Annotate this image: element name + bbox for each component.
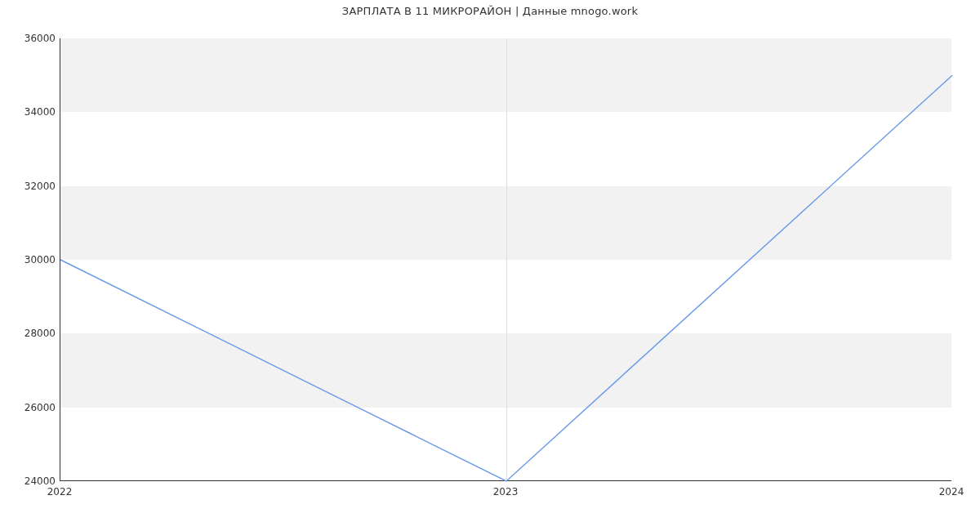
y-tick-label: 26000 (7, 402, 56, 413)
y-tick-label: 32000 (7, 181, 56, 192)
chart-container: ЗАРПЛАТА В 11 МИКРОРАЙОН | Данные mnogo.… (0, 0, 980, 531)
y-tick-label: 24000 (7, 475, 56, 487)
plot-area (60, 38, 951, 481)
y-tick-label: 34000 (7, 106, 56, 118)
x-tick-label: 2023 (493, 486, 519, 498)
y-tick-label: 30000 (7, 254, 56, 266)
y-tick-label: 36000 (7, 33, 56, 44)
x-tick-label: 2022 (47, 486, 73, 498)
line-series (60, 38, 952, 481)
y-tick-label: 28000 (7, 328, 56, 339)
x-tick-label: 2024 (939, 486, 964, 498)
chart-title: ЗАРПЛАТА В 11 МИКРОРАЙОН | Данные mnogo.… (0, 5, 980, 17)
